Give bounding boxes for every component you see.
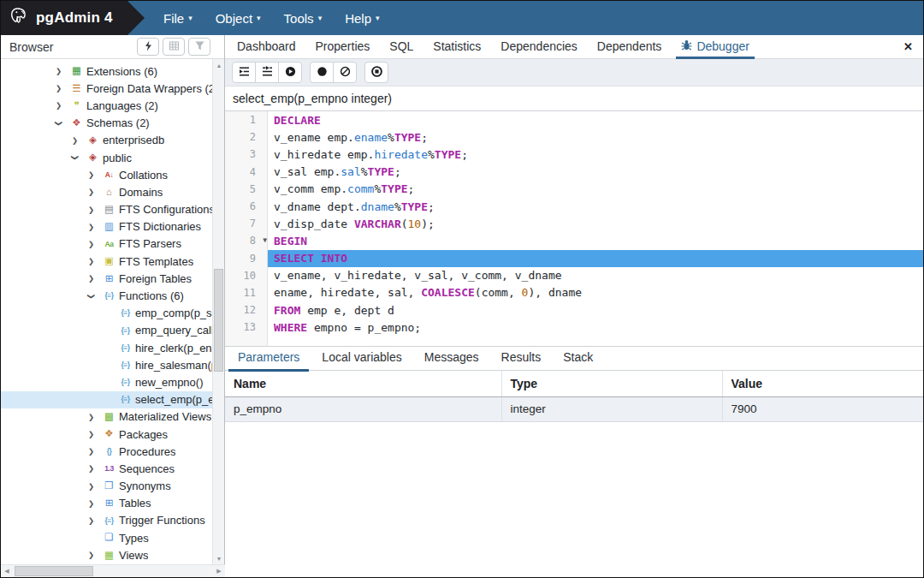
lightning-button[interactable] <box>137 38 159 56</box>
code-editor[interactable]: 1DECLARE2v_ename emp.ename%TYPE;3v_hired… <box>225 111 923 347</box>
tree-item-languages-2[interactable]: ❯❞Languages (2) <box>1 97 213 114</box>
close-icon[interactable]: ✕ <box>903 40 913 53</box>
chevron-collapsed-icon[interactable]: ❯ <box>88 430 102 438</box>
chevron-collapsed-icon[interactable]: ❯ <box>88 274 102 283</box>
line-number[interactable]: 8▼ <box>225 235 268 247</box>
tree-item-select-emp-p-en[interactable]: {≡}select_emp(p_en <box>1 391 213 408</box>
code-line[interactable]: 8▼BEGIN <box>225 232 923 249</box>
chevron-collapsed-icon[interactable]: ❯ <box>88 170 102 179</box>
line-number[interactable]: 5 <box>225 183 268 195</box>
chevron-collapsed-icon[interactable]: ❯ <box>56 84 69 92</box>
tree-item-fts-dictionaries[interactable]: ❯▥FTS Dictionaries <box>1 218 213 235</box>
tree-item-tables[interactable]: ❯⊞Tables <box>1 495 213 512</box>
clear-breakpoints-button[interactable] <box>333 62 357 83</box>
line-number[interactable]: 1 <box>225 114 268 126</box>
tree-item-public[interactable]: ❯◈public <box>1 149 213 166</box>
tree-item-fts-templates[interactable]: ❯▣FTS Templates <box>1 253 213 270</box>
tree-item-schemas-2[interactable]: ❯❖Schemas (2) <box>1 115 213 132</box>
scroll-left-icon[interactable]: ◀ <box>1 565 13 577</box>
tree-item-foreign-data-wrappers-2[interactable]: ❯☰Foreign Data Wrappers (2) <box>1 80 213 97</box>
code-line[interactable]: 4v_sal emp.sal%TYPE; <box>225 164 923 181</box>
tree-item-types[interactable]: ❏Types <box>1 529 213 546</box>
tree-item-enterprisedb[interactable]: ❯◈enterprisedb <box>1 132 213 149</box>
scroll-up-icon[interactable]: ▲ <box>213 59 225 71</box>
code-line[interactable]: 6v_dname dept.dname%TYPE; <box>225 198 923 215</box>
chevron-collapsed-icon[interactable]: ❯ <box>88 464 102 473</box>
chevron-expanded-icon[interactable]: ❯ <box>88 292 102 301</box>
tab-dependencies[interactable]: Dependencies <box>500 39 578 58</box>
code-line-current[interactable]: 9SELECT INTO <box>225 250 923 267</box>
tree-item-sequences[interactable]: ❯1.3Sequences <box>1 460 213 477</box>
code-line[interactable]: 5v_comm emp.comm%TYPE; <box>225 181 923 198</box>
chevron-collapsed-icon[interactable]: ❯ <box>88 482 102 491</box>
line-number[interactable]: 4 <box>225 166 268 178</box>
chevron-collapsed-icon[interactable]: ❯ <box>88 413 102 421</box>
tab-debugger[interactable]: Debugger <box>681 39 749 58</box>
code-line[interactable]: 10v_ename, v_hiredate, v_sal, v_comm, v_… <box>225 267 923 284</box>
tree-item-hire-clerk-p-enar[interactable]: {≡}hire_clerk(p_enar <box>1 339 213 356</box>
tree-item-fts-parsers[interactable]: ❯AaFTS Parsers <box>1 235 213 253</box>
tree-item-materialized-views[interactable]: ❯▩Materialized Views <box>1 408 213 426</box>
chevron-collapsed-icon[interactable]: ❯ <box>56 101 69 110</box>
stop-button[interactable] <box>364 62 388 83</box>
tree-item-hire-salesman-p[interactable]: {≡}hire_salesman(p_ <box>1 356 213 373</box>
chevron-collapsed-icon[interactable]: ❯ <box>56 67 69 75</box>
code-line[interactable]: 11ename, hiredate, sal, COALESCE(comm, 0… <box>225 284 923 301</box>
chevron-collapsed-icon[interactable]: ❯ <box>88 516 102 525</box>
line-number[interactable]: 6 <box>225 200 268 212</box>
tree-item-emp-query-calle[interactable]: {≡}emp_query_calle <box>1 322 213 339</box>
chevron-collapsed-icon[interactable]: ❯ <box>88 447 102 456</box>
tree-item-domains[interactable]: ❯⌂Domains <box>1 183 213 200</box>
line-number[interactable]: 13 <box>225 321 268 333</box>
code-line[interactable]: 7v_disp_date VARCHAR(10); <box>225 215 923 232</box>
filter-button[interactable] <box>188 38 210 56</box>
chevron-collapsed-icon[interactable]: ❯ <box>88 551 102 559</box>
sidebar-vertical-scrollbar[interactable]: ▲ ▼ <box>212 59 224 564</box>
table-row[interactable]: p_empnointeger7900 <box>225 396 923 421</box>
line-number[interactable]: 12 <box>225 304 268 316</box>
line-number[interactable]: 7 <box>225 217 268 229</box>
line-number[interactable]: 2 <box>225 131 268 143</box>
tab-dependents[interactable]: Dependents <box>597 39 662 58</box>
tree-item-emp-comp-p-sa[interactable]: {≡}emp_comp(p_sa <box>1 305 213 322</box>
chevron-collapsed-icon[interactable]: ❯ <box>88 223 102 231</box>
tab-dashboard[interactable]: Dashboard <box>237 39 296 58</box>
scroll-down-icon[interactable]: ▼ <box>213 552 225 564</box>
tree-item-trigger-functions[interactable]: ❯{≡}Trigger Functions <box>1 512 213 529</box>
line-number[interactable]: 3 <box>225 148 268 160</box>
chevron-expanded-icon[interactable]: ❯ <box>72 153 86 162</box>
tree-item-new-empno[interactable]: {≡}new_empno() <box>1 373 213 390</box>
panel-tab-parameters[interactable]: Parameters <box>227 350 311 370</box>
step-over-button[interactable] <box>255 62 279 83</box>
tree-item-synonyms[interactable]: ❯❐Synonyms <box>1 478 213 495</box>
step-into-button[interactable] <box>232 62 256 83</box>
continue-button[interactable] <box>278 62 302 83</box>
vertical-scroll-thumb[interactable] <box>214 269 223 372</box>
tab-sql[interactable]: SQL <box>389 39 413 58</box>
chevron-expanded-icon[interactable]: ❯ <box>56 119 69 128</box>
scroll-right-icon[interactable]: ▶ <box>213 565 225 577</box>
line-number[interactable]: 11 <box>225 287 268 299</box>
code-line[interactable]: 3v_hiredate emp.hiredate%TYPE; <box>225 146 923 163</box>
code-line[interactable]: 2v_ename emp.ename%TYPE; <box>225 128 923 146</box>
toggle-breakpoint-button[interactable] <box>310 62 334 83</box>
tree-item-fts-configurations[interactable]: ❯▤FTS Configurations <box>1 201 213 218</box>
panel-tab-results[interactable]: Results <box>490 350 553 370</box>
code-line[interactable]: 1DECLARE <box>225 111 923 128</box>
panel-tab-messages[interactable]: Messages <box>413 350 490 370</box>
horizontal-scroll-thumb[interactable] <box>15 566 93 576</box>
line-number[interactable]: 10 <box>225 270 268 282</box>
code-line[interactable]: 12FROM emp e, dept d <box>225 301 923 319</box>
chevron-collapsed-icon[interactable]: ❯ <box>72 136 86 145</box>
line-number[interactable]: 9 <box>225 253 268 265</box>
chevron-collapsed-icon[interactable]: ❯ <box>88 240 102 248</box>
chevron-collapsed-icon[interactable]: ❯ <box>88 188 102 196</box>
fold-marker-icon[interactable]: ▼ <box>263 237 267 245</box>
menu-tools[interactable]: Tools▾ <box>284 11 323 26</box>
tree-item-functions-6[interactable]: ❯{≡}Functions (6) <box>1 287 213 304</box>
menu-object[interactable]: Object▾ <box>216 11 261 26</box>
tree-item-collations[interactable]: ❯A↓Collations <box>1 166 213 183</box>
chevron-collapsed-icon[interactable]: ❯ <box>88 206 102 214</box>
tree-item-extensions-6[interactable]: ❯▦Extensions (6) <box>1 63 213 80</box>
panel-tab-local-variables[interactable]: Local variables <box>311 350 412 370</box>
